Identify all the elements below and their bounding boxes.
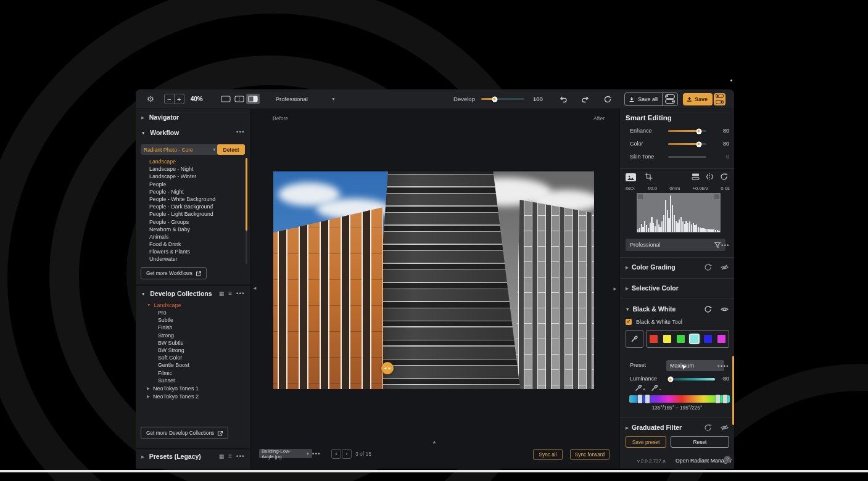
filmstrip-expand-icon[interactable]: ▲ [432, 439, 437, 445]
collection-item[interactable]: Filmic [136, 369, 250, 377]
collapse-right-panel-icon[interactable]: ► [613, 286, 618, 292]
luminance-slider[interactable] [668, 378, 715, 380]
photo-preview[interactable]: ◄► [273, 171, 594, 389]
collapse-left-panel-icon[interactable]: ◄ [252, 286, 257, 291]
grid-view-icon[interactable]: ▦ [219, 290, 225, 297]
subtract-eyedropper-icon[interactable]: − [651, 384, 661, 392]
save-button[interactable]: Save [683, 93, 713, 105]
save-preset-button[interactable]: Save preset [626, 436, 666, 448]
workflow-item[interactable]: People - Light Background [136, 210, 244, 218]
detect-button[interactable]: Detect [217, 144, 245, 155]
zoom-out-button[interactable]: − [164, 94, 175, 104]
visibility-eye-icon[interactable] [721, 424, 729, 431]
collection-item[interactable]: Sunset [136, 377, 250, 384]
collection-item[interactable]: BW Strong [136, 347, 250, 354]
presets-legacy-header[interactable]: ▶ Presets (Legacy) ▦ ≡ ••• [141, 453, 250, 461]
redo-icon[interactable] [581, 96, 590, 103]
reset-all-icon[interactable] [603, 95, 612, 104]
filter-menu-icon[interactable]: ••• [721, 242, 730, 249]
collection-group[interactable]: ▼Landscape [136, 301, 250, 309]
grid-view-icon[interactable]: ▦ [219, 453, 225, 459]
filename-dropdown[interactable]: Building-Low-Angle.jpg ▼ [259, 449, 312, 458]
collection-group[interactable]: ▶NeoTokyo Tones 1 [136, 384, 250, 392]
visibility-eye-icon[interactable] [721, 264, 729, 271]
collection-item[interactable]: Pro [136, 309, 250, 316]
side-by-side-view-icon[interactable] [246, 94, 260, 104]
workflow-item[interactable]: Landscape - Night [136, 165, 244, 173]
flip-vertical-icon[interactable] [692, 173, 700, 181]
color-slider[interactable] [668, 143, 706, 145]
split-view-icon[interactable] [233, 94, 246, 104]
sync-forward-button[interactable]: Sync forward [570, 449, 610, 460]
workflow-item[interactable]: Landscape [136, 158, 244, 165]
sync-all-button[interactable]: Sync all [533, 449, 563, 460]
add-eyedropper-icon[interactable]: + [635, 384, 645, 392]
workflow-section-header[interactable]: ▼ Workflow ••• [141, 129, 250, 138]
before-after-split-handle[interactable]: ◄► [381, 362, 394, 374]
collection-item[interactable]: Strong [136, 332, 250, 339]
visibility-eye-icon[interactable] [721, 306, 729, 313]
reset-section-icon[interactable] [704, 263, 712, 271]
color-swatch[interactable] [650, 335, 658, 343]
workflow-preset-selector[interactable]: Radiant Photo - Core ▼ [141, 144, 220, 155]
develop-collections-header[interactable]: ▼ Develop Collections ▦ ≡ ••• [141, 290, 250, 298]
view-profile-dropdown[interactable]: Professional ▼ [276, 96, 336, 102]
previous-image-button[interactable]: ‹ [331, 449, 341, 459]
workflow-item[interactable]: Animals [136, 233, 244, 240]
workflow-item[interactable]: Newborn & Baby [136, 226, 244, 233]
color-swatch[interactable] [717, 335, 725, 343]
right-panel-scrollbar[interactable] [732, 356, 734, 425]
color-swatch[interactable] [663, 335, 671, 343]
reset-button[interactable]: Reset [671, 436, 729, 448]
get-more-develop-collections-button[interactable]: Get more Develop Collections [141, 427, 228, 439]
collection-group[interactable]: ▶NeoTokyo Tones 2 [136, 392, 250, 400]
collection-item[interactable]: Gentle Boost [136, 361, 250, 369]
workflow-item[interactable]: People [136, 181, 244, 188]
develop-slider[interactable] [481, 98, 524, 100]
black-white-section[interactable]: ▼Black & White [620, 304, 734, 315]
hue-range-handle-right[interactable] [723, 395, 727, 403]
eyedropper-button[interactable] [626, 330, 643, 348]
workflow-item[interactable]: People - Groups [136, 218, 244, 226]
preset-filter-dropdown[interactable]: Professional [626, 239, 725, 251]
save-all-options-icon[interactable] [663, 93, 677, 105]
reset-section-icon[interactable] [704, 424, 712, 432]
workflow-menu-icon[interactable]: ••• [236, 129, 245, 135]
bw-preset-dropdown[interactable]: Maximum ▼ [666, 360, 724, 371]
zoom-in-button[interactable]: + [175, 94, 184, 104]
workflow-item[interactable]: Food & Drink [136, 240, 244, 248]
collection-item[interactable]: Finish [136, 324, 250, 331]
hue-range-handle-left[interactable] [638, 395, 642, 403]
reset-section-icon[interactable] [704, 305, 712, 313]
workflow-item[interactable]: Underwater [136, 255, 244, 263]
save-options-icon[interactable] [714, 93, 725, 105]
presets-menu-icon[interactable]: ••• [236, 453, 245, 459]
single-view-icon[interactable] [219, 94, 233, 104]
graduated-filter-section[interactable]: ▶Graduated Filter [620, 422, 734, 434]
workflow-item[interactable]: People - White Background [136, 195, 244, 203]
undo-icon[interactable] [559, 96, 568, 103]
navigator-section-header[interactable]: ▶ Navigator [141, 113, 179, 121]
get-more-workflows-button[interactable]: Get more Workflows [141, 267, 207, 279]
color-swatch[interactable] [677, 335, 685, 343]
filmstrip-menu-icon[interactable]: ••• [312, 451, 321, 457]
settings-gear-icon[interactable]: ⚙ [147, 94, 154, 104]
flip-horizontal-icon[interactable] [706, 173, 714, 181]
enhance-slider[interactable] [668, 130, 706, 132]
workflow-item[interactable]: People - Dark Background [136, 203, 244, 210]
next-image-button[interactable]: › [342, 449, 352, 459]
color-swatch[interactable] [690, 335, 698, 343]
color-swatch[interactable] [704, 335, 712, 343]
color-grading-section[interactable]: ▶Color Grading [620, 262, 734, 273]
hue-range-spectrum[interactable] [629, 395, 730, 403]
thumbnail-tool-icon[interactable] [626, 173, 636, 181]
list-view-icon[interactable]: ≡ [228, 453, 232, 459]
help-icon[interactable]: ? [724, 456, 731, 463]
hue-range-handle-right-feather[interactable] [716, 395, 720, 403]
bw-preset-menu-icon[interactable]: ••• [721, 363, 729, 369]
collection-item[interactable]: BW Subtle [136, 339, 250, 347]
workflow-item[interactable]: People - Night [136, 188, 244, 195]
black-white-tool-checkbox[interactable]: ✓ [626, 319, 632, 325]
rotate-icon[interactable] [720, 173, 728, 181]
workflow-item[interactable]: Flowers & Plants [136, 248, 244, 255]
